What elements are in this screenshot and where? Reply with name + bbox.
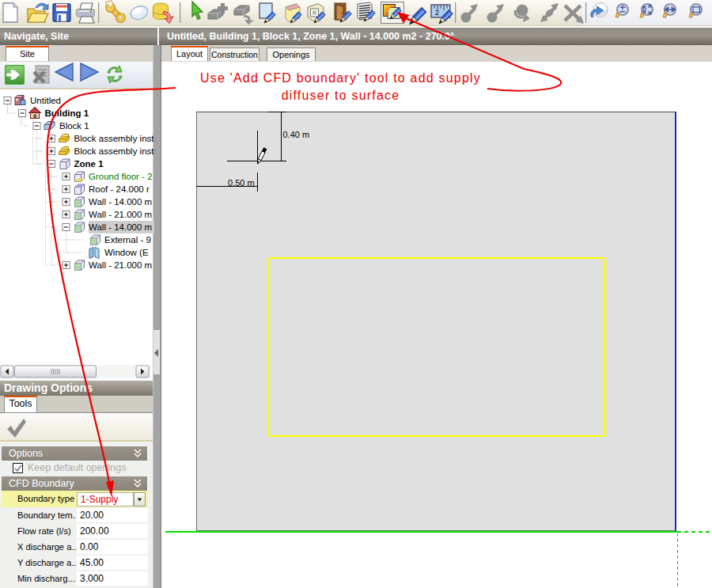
svg-text:0.50 m: 0.50 m (228, 178, 255, 188)
svg-text:0.40 m: 0.40 m (283, 130, 310, 139)
svg-text:2: 2 (435, 9, 439, 17)
